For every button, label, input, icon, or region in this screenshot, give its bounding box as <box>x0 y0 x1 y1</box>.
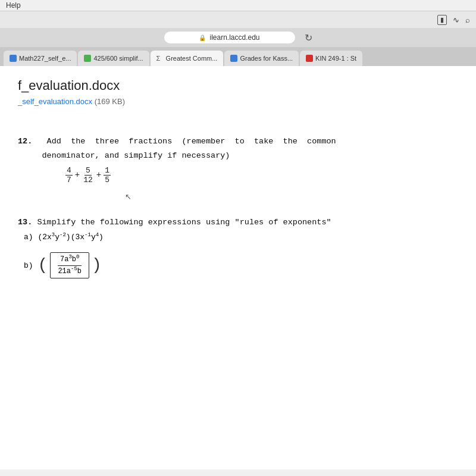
tab-label-greatest: Greatest Comm... <box>166 55 218 62</box>
problem-12-line2: denominator, and simplify if necessary) <box>18 149 458 163</box>
big-fraction: 7a3b0 21a-5b <box>50 252 89 279</box>
wifi-icon: ∿ <box>453 15 459 24</box>
frac2-denominator: 12 <box>82 176 94 185</box>
problem-12-body: Add the three fractions (remember to tak… <box>37 137 336 146</box>
part-b-label: b) <box>24 261 33 270</box>
plus-sign-1: + <box>75 168 80 181</box>
system-icons: ▮ ∿ ⌕ <box>437 15 470 25</box>
document-link[interactable]: _self_evaluation.docx (169 KB) <box>18 97 125 106</box>
tab-math227[interactable]: Math227_self_e... <box>4 51 77 66</box>
tab-label-425: 425/600 simplif... <box>93 55 143 62</box>
reload-icon[interactable]: ↻ <box>305 32 312 43</box>
plus-sign-2: + <box>96 168 101 181</box>
tabs-bar: Math227_self_e... 425/600 simplif... Σ G… <box>0 47 476 66</box>
frac3-denominator: 5 <box>104 176 111 185</box>
problem-12: 12. Add the three fractions (remember to… <box>18 134 458 203</box>
problem-13-text: 13. Simplify the following expressions u… <box>18 215 458 230</box>
problem-13: 13. Simplify the following expressions u… <box>18 215 458 279</box>
problem-13-part-a: a) (2x3y-2)(3x-1y4) <box>24 230 458 245</box>
problem-12-number: 12. <box>18 137 32 146</box>
big-frac-numerator: 7a3b0 <box>58 254 82 266</box>
content-area: f_evaluation.docx _self_evaluation.docx … <box>0 66 476 469</box>
problem-13-number: 13. <box>18 218 32 227</box>
problem-13-part-b: b) ( 7a3b0 21a-5b ) <box>24 252 458 279</box>
close-paren: ) <box>92 257 102 274</box>
menu-bar: Help <box>0 0 476 11</box>
tab-label-math227: Math227_self_e... <box>19 55 71 62</box>
fraction-2: 5 12 <box>82 166 94 185</box>
tab-425[interactable]: 425/600 simplif... <box>78 51 149 66</box>
open-paren: ( <box>38 257 48 274</box>
cursor-icon: ↖ <box>125 192 131 201</box>
frac2-numerator: 5 <box>84 166 92 176</box>
fraction-3: 1 5 <box>104 166 111 185</box>
problem-12-text: 12. Add the three fractions (remember to… <box>18 134 458 149</box>
tab-icon-grades <box>230 55 237 62</box>
tab-grades[interactable]: Grades for Kass... <box>224 51 299 66</box>
battery-icon: ▮ <box>437 15 447 25</box>
lock-icon: 🔒 <box>199 35 206 41</box>
tab-icon-sigma: Σ <box>156 55 164 62</box>
tab-kin[interactable]: KIN 249-1 : St <box>300 51 362 66</box>
tab-icon-425 <box>84 55 91 62</box>
help-menu-item[interactable]: Help <box>6 1 21 10</box>
big-frac-denominator: 21a-5b <box>55 266 84 277</box>
frac3-numerator: 1 <box>104 166 111 176</box>
document-link-line: _self_evaluation.docx (169 KB) <box>18 96 458 120</box>
file-size: (169 KB) <box>95 97 125 106</box>
fraction-1: 4 7 <box>65 166 73 185</box>
tab-icon-math227 <box>10 55 17 62</box>
search-icon-top[interactable]: ⌕ <box>465 15 470 24</box>
document-title: f_evaluation.docx <box>18 78 458 93</box>
problem-13-body: Simplify the following expressions using… <box>37 218 331 227</box>
frac1-denominator: 7 <box>65 176 73 185</box>
tab-greatest-comm[interactable]: Σ Greatest Comm... <box>151 51 224 66</box>
tab-label-kin: KIN 249-1 : St <box>315 55 356 62</box>
frac1-numerator: 4 <box>65 166 73 176</box>
url-bar-area: 🔒 ilearn.laccd.edu ↻ <box>0 28 476 47</box>
cursor-area: ↖ <box>125 190 458 203</box>
tab-label-grades: Grades for Kass... <box>240 55 293 62</box>
tab-icon-kin <box>306 55 313 62</box>
url-text: ilearn.laccd.edu <box>209 33 259 42</box>
fraction-expression: 4 7 + 5 12 + 1 5 <box>65 166 458 185</box>
system-top-bar: ▮ ∿ ⌕ <box>0 11 476 28</box>
url-bar[interactable]: 🔒 ilearn.laccd.edu <box>164 32 295 43</box>
